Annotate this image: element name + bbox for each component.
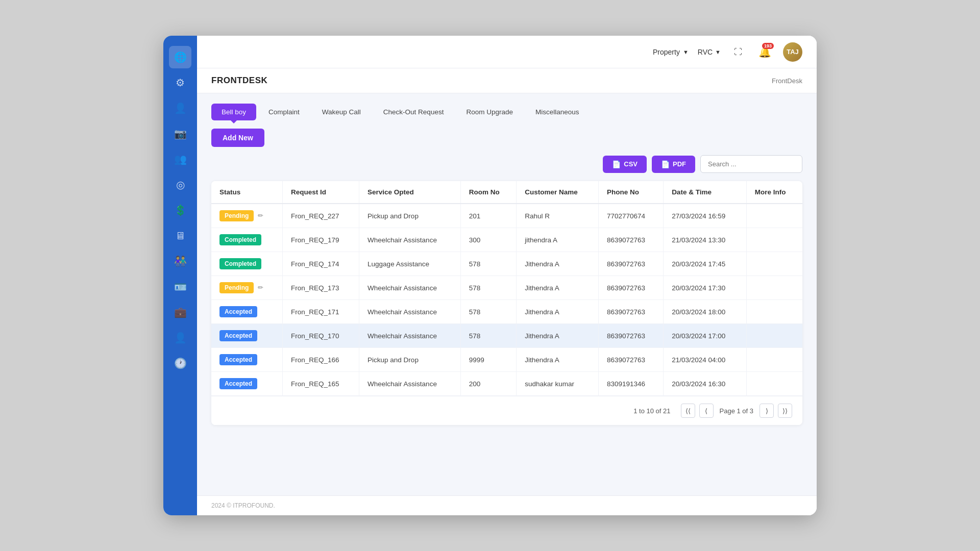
data-table-container: StatusRequest IdService OptedRoom NoCust… bbox=[211, 181, 802, 425]
circle-icon[interactable]: ◎ bbox=[169, 173, 191, 196]
request-id-cell: Fron_REQ_174 bbox=[282, 252, 359, 276]
request-id-cell: Fron_REQ_179 bbox=[282, 228, 359, 252]
edit-icon[interactable]: ✏ bbox=[256, 212, 263, 219]
phone-cell: 8639072763 bbox=[598, 300, 663, 324]
tabs-row: Bell boyComplaintWakeup CallCheck-Out Re… bbox=[211, 104, 802, 120]
table-row: AcceptedFron_REQ_171Wheelchair Assistanc… bbox=[211, 300, 802, 324]
phone-cell: 8639072763 bbox=[598, 252, 663, 276]
topbar: Property ▼ RVC ▼ ⛶ 🔔 193 TAJ bbox=[197, 36, 817, 68]
next-page-button[interactable]: ⟩ bbox=[760, 404, 774, 418]
datetime-cell: 20/03/2024 17:30 bbox=[664, 276, 747, 300]
room-no-cell: 578 bbox=[460, 300, 516, 324]
notification-badge: 193 bbox=[762, 43, 774, 49]
first-page-button[interactable]: ⟨⟨ bbox=[681, 404, 695, 418]
status-badge: Completed bbox=[219, 258, 261, 269]
more-info-cell bbox=[746, 348, 802, 372]
settings-icon[interactable]: ⚙ bbox=[169, 71, 191, 94]
col-service-opted: Service Opted bbox=[359, 181, 461, 204]
request-id-cell: Fron_REQ_165 bbox=[282, 372, 359, 396]
monitor-icon[interactable]: 🖥 bbox=[169, 224, 191, 247]
tab-wakeupcall[interactable]: Wakeup Call bbox=[312, 104, 371, 120]
datetime-cell: 21/03/2024 04:00 bbox=[664, 348, 747, 372]
datetime-cell: 27/03/2024 16:59 bbox=[664, 204, 747, 228]
last-page-button[interactable]: ⟩⟩ bbox=[778, 404, 792, 418]
clock-icon[interactable]: 🕐 bbox=[169, 352, 191, 374]
table-row: AcceptedFron_REQ_170Wheelchair Assistanc… bbox=[211, 324, 802, 348]
card-icon[interactable]: 🪪 bbox=[169, 276, 191, 298]
dollar-icon[interactable]: 💲 bbox=[169, 199, 191, 221]
breadcrumb: FrontDesk bbox=[772, 77, 802, 85]
table-row: CompletedFron_REQ_179Wheelchair Assistan… bbox=[211, 228, 802, 252]
customer-name-cell: Jithendra A bbox=[517, 348, 599, 372]
prev-page-button[interactable]: ⟨ bbox=[699, 404, 714, 418]
status-badge: Completed bbox=[219, 234, 261, 245]
col-date-and-time: Date & Time bbox=[664, 181, 747, 204]
status-cell: Accepted bbox=[211, 348, 282, 372]
profile-icon[interactable]: 👤 bbox=[169, 327, 191, 349]
people-icon[interactable]: 👫 bbox=[169, 250, 191, 272]
service-cell: Pickup and Drop bbox=[359, 348, 461, 372]
customer-name-cell: jithendra A bbox=[517, 228, 599, 252]
status-badge: Accepted bbox=[219, 306, 257, 317]
data-table: StatusRequest IdService OptedRoom NoCust… bbox=[211, 181, 802, 396]
room-no-cell: 578 bbox=[460, 276, 516, 300]
col-phone-no: Phone No bbox=[598, 181, 663, 204]
main-content: Property ▼ RVC ▼ ⛶ 🔔 193 TAJ FRONTDESK F… bbox=[197, 36, 817, 515]
phone-cell: 8639072763 bbox=[598, 348, 663, 372]
status-cell: Completed bbox=[211, 228, 282, 252]
phone-cell: 8639072763 bbox=[598, 228, 663, 252]
tab-miscellaneous[interactable]: Miscellaneous bbox=[525, 104, 590, 120]
service-cell: Wheelchair Assistance bbox=[359, 324, 461, 348]
status-cell: Completed bbox=[211, 252, 282, 276]
customer-name-cell: Jithendra A bbox=[517, 276, 599, 300]
tab-bellboy[interactable]: Bell boy bbox=[211, 104, 256, 120]
datetime-cell: 21/03/2024 13:30 bbox=[664, 228, 747, 252]
room-no-cell: 578 bbox=[460, 324, 516, 348]
property-chevron-icon: ▼ bbox=[683, 49, 689, 55]
user-avatar[interactable]: TAJ bbox=[783, 42, 802, 62]
fullscreen-button[interactable]: ⛶ bbox=[730, 44, 746, 60]
more-info-cell bbox=[746, 276, 802, 300]
tab-checkoutrequest[interactable]: Check-Out Request bbox=[373, 104, 454, 120]
col-room-no: Room No bbox=[460, 181, 516, 204]
edit-icon[interactable]: ✏ bbox=[256, 284, 263, 291]
tab-complaint[interactable]: Complaint bbox=[258, 104, 310, 120]
room-no-cell: 200 bbox=[460, 372, 516, 396]
camera-icon[interactable]: 📷 bbox=[169, 122, 191, 145]
service-cell: Wheelchair Assistance bbox=[359, 276, 461, 300]
request-id-cell: Fron_REQ_171 bbox=[282, 300, 359, 324]
property-dropdown[interactable]: Property ▼ bbox=[653, 48, 689, 56]
phone-cell: 8309191346 bbox=[598, 372, 663, 396]
col-more-info: More Info bbox=[746, 181, 802, 204]
col-customer-name: Customer Name bbox=[517, 181, 599, 204]
datetime-cell: 20/03/2024 16:30 bbox=[664, 372, 747, 396]
service-cell: Pickup and Drop bbox=[359, 204, 461, 228]
status-cell: Accepted bbox=[211, 324, 282, 348]
search-input[interactable] bbox=[700, 155, 802, 173]
csv-button[interactable]: 📄 CSV bbox=[603, 156, 647, 173]
add-new-button[interactable]: Add New bbox=[211, 129, 264, 147]
user-icon[interactable]: 👤 bbox=[169, 97, 191, 119]
table-row: AcceptedFron_REQ_165Wheelchair Assistanc… bbox=[211, 372, 802, 396]
avatar-initials: TAJ bbox=[787, 48, 799, 56]
status-badge: Pending bbox=[219, 282, 254, 293]
toolbar: 📄 CSV 📄 PDF bbox=[211, 155, 802, 173]
rvc-dropdown[interactable]: RVC ▼ bbox=[698, 48, 721, 56]
col-status: Status bbox=[211, 181, 282, 204]
status-cell: Pending ✏ bbox=[211, 204, 282, 228]
add-user-icon[interactable]: 👥 bbox=[169, 148, 191, 170]
globe-icon[interactable]: 🌐 bbox=[169, 46, 191, 68]
tab-roomupgrade[interactable]: Room Upgrade bbox=[456, 104, 523, 120]
service-cell: Luggage Assistance bbox=[359, 252, 461, 276]
more-info-cell bbox=[746, 324, 802, 348]
service-cell: Wheelchair Assistance bbox=[359, 300, 461, 324]
col-request-id: Request Id bbox=[282, 181, 359, 204]
status-badge: Accepted bbox=[219, 354, 257, 365]
pdf-button[interactable]: 📄 PDF bbox=[652, 156, 695, 173]
room-no-cell: 578 bbox=[460, 252, 516, 276]
sidebar: 🌐⚙👤📷👥◎💲🖥👫🪪💼👤🕐 bbox=[163, 36, 197, 515]
more-info-cell bbox=[746, 204, 802, 228]
briefcase-icon[interactable]: 💼 bbox=[169, 301, 191, 323]
notification-bell[interactable]: 🔔 193 bbox=[755, 43, 774, 61]
datetime-cell: 20/03/2024 17:00 bbox=[664, 324, 747, 348]
